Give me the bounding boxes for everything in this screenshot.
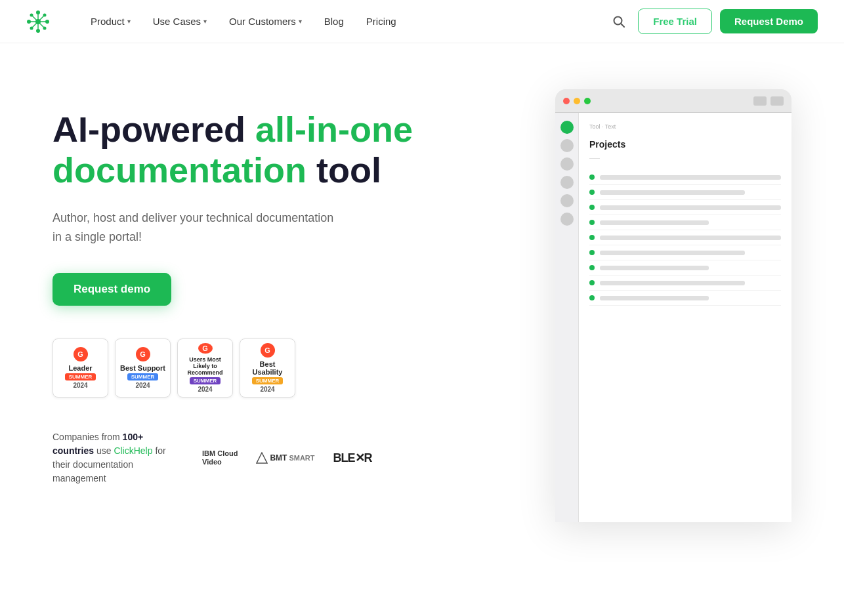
bmt-logo: BMT SMART xyxy=(256,452,314,464)
app-list-item xyxy=(589,291,781,306)
list-line xyxy=(600,190,745,195)
navbar: Product ▾ Use Cases ▾ Our Customers ▾ Bl… xyxy=(0,0,844,43)
app-list-item xyxy=(589,230,781,245)
g2-icon: G xyxy=(261,343,275,358)
list-status-dot xyxy=(589,295,595,300)
logo-icon xyxy=(26,10,50,33)
list-status-dot xyxy=(589,175,595,180)
app-list-item xyxy=(589,170,781,185)
nav-right: Free Trial Request Demo xyxy=(608,9,818,34)
nav-item-our-customers[interactable]: Our Customers ▾ xyxy=(220,10,311,32)
app-list-item xyxy=(589,200,781,215)
app-main-content: Tool · Text Projects —— xyxy=(579,113,791,522)
customer-logos-row: Companies from 100+ countries use ClickH… xyxy=(53,430,420,485)
blexr-logo: BLE✕R xyxy=(333,451,372,465)
app-sidebar xyxy=(555,113,579,522)
g2-icon: G xyxy=(198,343,213,354)
svg-marker-15 xyxy=(257,453,267,463)
window-close-dot xyxy=(563,98,570,104)
list-status-dot xyxy=(589,265,595,270)
headline-part1: AI-powered xyxy=(53,110,255,149)
badge-best-support: G Best Support SUMMER 2024 xyxy=(115,339,171,398)
list-line xyxy=(600,266,709,270)
hero-cta-button[interactable]: Request demo xyxy=(53,273,171,306)
sidebar-icon-4 xyxy=(560,176,574,189)
hero-app-preview: Tool · Text Projects —— xyxy=(555,96,805,522)
titlebar-forward-btn xyxy=(770,96,784,106)
hero-left: AI-powered all-in-onedocumentation tool … xyxy=(53,96,420,485)
nav-item-product[interactable]: Product ▾ xyxy=(81,10,140,32)
search-button[interactable] xyxy=(608,10,630,33)
badge-best-usability: G Best Usability SUMMER 2024 xyxy=(240,339,295,398)
titlebar-back-btn xyxy=(753,96,767,106)
badge-leader: G Leader SUMMER 2024 xyxy=(53,339,108,398)
chevron-down-icon: ▾ xyxy=(127,18,131,25)
list-line xyxy=(600,281,745,285)
list-line xyxy=(600,175,781,180)
list-line xyxy=(600,236,781,240)
app-sub-label: —— xyxy=(589,155,781,161)
headline-part2: tool xyxy=(306,150,381,190)
svg-line-14 xyxy=(621,24,624,27)
g2-icon: G xyxy=(136,347,150,361)
app-list-item xyxy=(589,260,781,276)
list-line xyxy=(600,251,745,255)
list-status-dot xyxy=(589,280,595,285)
g2-icon: G xyxy=(74,347,88,361)
sidebar-icon-3 xyxy=(560,157,574,171)
app-list-item xyxy=(589,276,781,291)
app-list-item xyxy=(589,245,781,260)
list-line xyxy=(600,220,709,225)
chevron-down-icon: ▾ xyxy=(203,18,207,25)
window-minimize-dot xyxy=(574,98,580,104)
app-list-item xyxy=(589,185,781,200)
list-status-dot xyxy=(589,220,595,225)
sidebar-icon-5 xyxy=(560,194,574,207)
nav-links: Product ▾ Use Cases ▾ Our Customers ▾ Bl… xyxy=(81,10,608,32)
hero-section: AI-powered all-in-onedocumentation tool … xyxy=(0,43,844,562)
bottom-section: All in One Solution for Various Use Case… xyxy=(0,562,844,616)
app-titlebar xyxy=(555,89,791,113)
badge-users-likely: G Users Most Likely to Recommend SUMMER … xyxy=(177,339,233,398)
app-body: Tool · Text Projects —— xyxy=(555,113,791,522)
search-icon xyxy=(613,16,625,28)
window-maximize-dot xyxy=(584,98,591,104)
request-demo-button[interactable]: Request Demo xyxy=(720,9,818,33)
app-section-title: Projects xyxy=(589,139,781,150)
customer-text: Companies from 100+ countries use ClickH… xyxy=(53,430,184,485)
ibm-logo: IBM CloudVideo xyxy=(202,449,238,466)
sidebar-icon-2 xyxy=(560,139,574,152)
logo[interactable] xyxy=(26,10,55,33)
app-list-item xyxy=(589,215,781,230)
list-status-dot xyxy=(589,235,595,240)
hero-headline: AI-powered all-in-onedocumentation tool xyxy=(53,109,420,190)
nav-item-pricing[interactable]: Pricing xyxy=(357,10,406,32)
nav-item-blog[interactable]: Blog xyxy=(315,10,353,32)
sidebar-icon-1 xyxy=(560,121,574,134)
badges-row: G Leader SUMMER 2024 G Best Support SUMM… xyxy=(53,339,420,398)
app-breadcrumb: Tool · Text xyxy=(589,123,781,130)
list-status-dot xyxy=(589,205,595,210)
free-trial-button[interactable]: Free Trial xyxy=(638,9,712,34)
app-screenshot: Tool · Text Projects —— xyxy=(555,89,791,522)
chevron-down-icon: ▾ xyxy=(299,18,302,25)
list-line xyxy=(600,205,781,210)
nav-item-use-cases[interactable]: Use Cases ▾ xyxy=(144,10,216,32)
bmt-icon xyxy=(256,452,268,464)
list-line xyxy=(600,296,709,300)
hero-subtitle: Author, host and deliver your technical … xyxy=(53,209,335,247)
list-status-dot xyxy=(589,190,595,195)
sidebar-icon-6 xyxy=(560,213,574,226)
list-status-dot xyxy=(589,250,595,255)
